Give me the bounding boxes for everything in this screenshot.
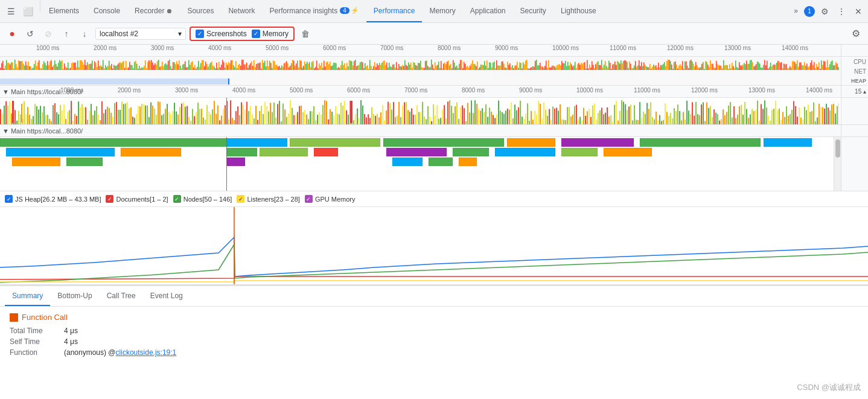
- url-select[interactable]: localhost #2 ▾: [95, 28, 186, 40]
- tab-performance[interactable]: Performance: [366, 0, 423, 22]
- capture-settings-icon[interactable]: ⚙: [849, 27, 863, 41]
- tab-summary[interactable]: Summary: [5, 286, 50, 306]
- record-btn[interactable]: ●: [5, 27, 19, 41]
- flame-area: ▼ Main https://local...8080/: [0, 125, 868, 191]
- settings-icon[interactable]: ⚙: [817, 4, 832, 19]
- legend-documents[interactable]: ✓ Documents[1 – 2]: [106, 195, 168, 203]
- pi-icon: ⚡: [351, 7, 359, 14]
- tick-8000: 8000 ms: [438, 45, 461, 51]
- tab-recorder[interactable]: Recorder ⏺: [127, 0, 180, 22]
- url-dropdown-icon: ▾: [178, 30, 182, 38]
- more-options-icon[interactable]: ⋮: [834, 4, 849, 19]
- devtools-menu-icon[interactable]: ☰: [4, 4, 18, 19]
- tab-security[interactable]: Security: [513, 0, 554, 22]
- tick-3000: 3000 ms: [151, 45, 174, 51]
- memory-checkbox[interactable]: ✓ Memory: [252, 30, 289, 38]
- tab-sources[interactable]: Sources: [180, 0, 221, 22]
- console-badge: 1: [804, 6, 815, 17]
- tab-elements[interactable]: Elements: [42, 0, 86, 22]
- screenshots-checkbox[interactable]: ✓ Screenshots: [196, 30, 247, 38]
- bottom-panel: Summary Bottom-Up Call Tree Event Log Fu…: [0, 285, 868, 397]
- flame-ruler: ▼ Main https://local...8080/: [0, 125, 868, 137]
- memory-chart: [0, 207, 868, 285]
- tick-14000: 14000 ms: [782, 45, 808, 51]
- summary-title: Function Call: [10, 313, 858, 322]
- frames-content: [0, 98, 868, 125]
- download-btn[interactable]: ↓: [77, 27, 92, 41]
- timeline-area: 1000 ms 2000 ms 3000 ms 4000 ms 5000 ms …: [0, 45, 868, 86]
- tick-12000: 12000 ms: [667, 45, 694, 51]
- tick-6000: 6000 ms: [323, 45, 346, 51]
- self-time-row: Self Time 4 μs: [10, 337, 858, 346]
- nav-right: » 1 ⚙ ⋮ ✕: [790, 0, 868, 22]
- bottom-content: Function Call Total Time 4 μs Self Time …: [0, 307, 868, 365]
- flame-content: [0, 137, 868, 191]
- reload-btn[interactable]: ↺: [23, 27, 37, 41]
- tab-performance-insights[interactable]: Performance insights 4 ⚡: [262, 0, 366, 22]
- more-tabs-btn[interactable]: »: [790, 0, 802, 22]
- trash-btn[interactable]: 🗑: [298, 27, 313, 41]
- total-time-row: Total Time 4 μs: [10, 327, 858, 335]
- close-icon[interactable]: ✕: [851, 4, 866, 19]
- tick-13000: 13000 ms: [724, 45, 751, 51]
- frames-area: ▼ Main https://local...8080/ 1000 ms 200…: [0, 86, 868, 125]
- f-tick-1000: 1000 ms: [60, 87, 83, 94]
- tab-call-tree[interactable]: Call Tree: [100, 286, 143, 306]
- timeline-content: CPU NET HEAP: [0, 57, 868, 86]
- bottom-tabs: Summary Bottom-Up Call Tree Event Log: [0, 286, 868, 307]
- tick-10000: 10000 ms: [552, 45, 579, 51]
- capture-options: ✓ Screenshots ✓ Memory: [190, 27, 295, 41]
- tab-lighthouse[interactable]: Lighthouse: [554, 0, 604, 22]
- tick-7000: 7000 ms: [380, 45, 403, 51]
- tick-2000: 2000 ms: [94, 45, 116, 51]
- memory-legend: ✓ JS Heap[26.2 MB – 43.3 MB] ✓ Documents…: [0, 191, 868, 207]
- function-link[interactable]: clickoutside.js:19:1: [116, 348, 177, 357]
- function-row: Function (anonymous) @ clickoutside.js:1…: [10, 348, 858, 357]
- recorder-icon: ⏺: [166, 7, 173, 14]
- legend-js-heap[interactable]: ✓ JS Heap[26.2 MB – 43.3 MB]: [5, 195, 101, 203]
- function-call-icon: [10, 313, 18, 322]
- toolbar: ● ↺ ⊘ ↑ ↓ localhost #2 ▾ ✓ Screenshots ✓…: [0, 23, 868, 45]
- tick-4000: 4000 ms: [208, 45, 231, 51]
- tab-memory[interactable]: Memory: [422, 0, 462, 22]
- tick-5000: 5000 ms: [266, 45, 289, 51]
- tick-11000: 11000 ms: [610, 45, 636, 51]
- upload-btn[interactable]: ↑: [59, 27, 74, 41]
- tab-console[interactable]: Console: [86, 0, 127, 22]
- performance-insights-badge: 4: [340, 7, 349, 14]
- nav-icons-left: ☰ ⬜: [0, 0, 39, 22]
- legend-listeners[interactable]: ✓ Listeners[23 – 28]: [237, 195, 299, 203]
- dock-icon[interactable]: ⬜: [21, 4, 35, 19]
- legend-gpu-memory[interactable]: ✓ GPU Memory: [305, 195, 356, 203]
- legend-nodes[interactable]: ✓ Nodes[50 – 146]: [173, 195, 232, 203]
- net-label: NET: [854, 68, 866, 75]
- memory-chart-svg: [0, 207, 868, 285]
- tab-network[interactable]: Network: [221, 0, 262, 22]
- top-nav: ☰ ⬜ Elements Console Recorder ⏺ Sources …: [0, 0, 868, 23]
- tab-application[interactable]: Application: [463, 0, 513, 22]
- tick-9000: 9000 ms: [495, 45, 518, 51]
- tab-bottom-up[interactable]: Bottom-Up: [50, 286, 99, 306]
- timeline-ruler: 1000 ms 2000 ms 3000 ms 4000 ms 5000 ms …: [0, 45, 868, 57]
- stop-btn[interactable]: ⊘: [41, 27, 56, 41]
- watermark: CSDN @诚诚程成: [797, 382, 861, 393]
- tick-1000: 1000 ms: [36, 45, 59, 51]
- flame-url-label: ▼ Main https://local...8080/: [0, 127, 83, 135]
- heap-label: HEAP: [851, 78, 866, 84]
- memory-area: ✓ JS Heap[26.2 MB – 43.3 MB] ✓ Documents…: [0, 191, 868, 285]
- tab-event-log[interactable]: Event Log: [143, 286, 190, 306]
- cpu-label: CPU: [854, 59, 866, 65]
- frames-ruler: ▼ Main https://local...8080/ 1000 ms 200…: [0, 86, 868, 98]
- scroll-value-label: 15 ▴: [855, 88, 866, 95]
- toolbar-right: ⚙: [849, 27, 863, 41]
